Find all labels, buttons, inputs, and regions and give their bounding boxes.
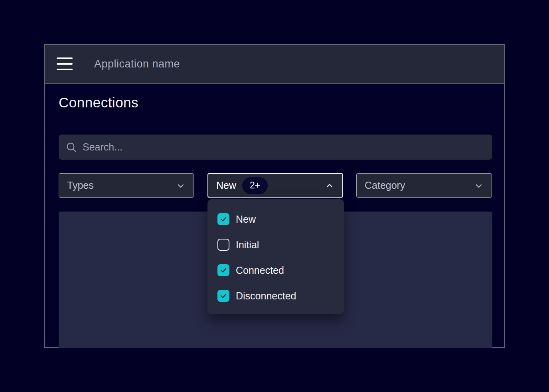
dropdown-option[interactable]: New: [207, 213, 344, 225]
dropdown-option[interactable]: Disconnected: [207, 290, 344, 302]
search-box[interactable]: [59, 135, 492, 160]
category-filter-dropdown[interactable]: Category: [356, 173, 492, 198]
checkbox-icon[interactable]: [217, 264, 229, 276]
search-icon: [66, 142, 77, 153]
option-label: Connected: [236, 265, 284, 276]
chevron-up-icon: [325, 181, 334, 190]
checkbox-icon[interactable]: [217, 213, 229, 225]
option-label: Disconnected: [236, 290, 296, 302]
dropdown-option[interactable]: Initial: [207, 239, 344, 251]
status-filter-dropdown[interactable]: New 2+: [207, 173, 343, 198]
status-filter-label: New: [216, 180, 236, 191]
selected-count-badge: 2+: [242, 177, 268, 194]
chevron-down-icon: [474, 181, 484, 190]
option-label: Initial: [236, 239, 259, 251]
chevron-down-icon: [176, 181, 186, 190]
hamburger-menu-icon[interactable]: [57, 57, 73, 70]
app-title: Application name: [94, 58, 180, 70]
types-filter-label: Types: [67, 180, 94, 191]
category-filter-label: Category: [365, 180, 405, 191]
page-title: Connections: [59, 95, 138, 111]
option-label: New: [236, 214, 256, 225]
types-filter-dropdown[interactable]: Types: [59, 173, 194, 198]
dropdown-option[interactable]: Connected: [207, 264, 344, 276]
app-window: Application name Connections Types New 2…: [44, 44, 505, 348]
checkbox-icon[interactable]: [217, 290, 229, 302]
search-input[interactable]: [83, 141, 485, 153]
checkbox-icon[interactable]: [217, 239, 229, 251]
app-header: Application name: [45, 45, 504, 84]
status-dropdown-menu: New Initial Connected D: [207, 199, 344, 314]
